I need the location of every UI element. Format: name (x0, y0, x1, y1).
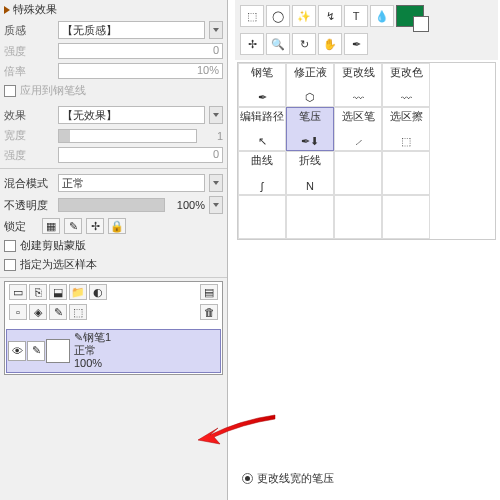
blend-select[interactable]: 正常 (58, 174, 205, 192)
pen-tool-icon[interactable]: ✒ (344, 33, 368, 55)
color-swatch[interactable] (396, 5, 424, 27)
layer-opacity: 100% (74, 357, 219, 370)
layer-name: ✎钢笔1 (74, 331, 219, 344)
width-bar[interactable] (58, 129, 197, 143)
cell-pen[interactable]: 钢笔✒ (238, 63, 286, 107)
blend-label: 混合模式 (4, 176, 54, 191)
folder-icon[interactable]: 📁 (69, 284, 87, 300)
opacity-dd[interactable] (209, 196, 223, 214)
texture-dd[interactable] (209, 21, 223, 39)
cell-polyline[interactable]: 折线N (286, 151, 334, 195)
pressure-radio[interactable] (242, 473, 253, 484)
intensity-label: 强度 (4, 44, 54, 59)
rate-val[interactable]: 10% (58, 63, 223, 79)
merge-icon[interactable]: ⬓ (49, 284, 67, 300)
lock-all-icon[interactable]: ▦ (42, 218, 60, 234)
width-label: 宽度 (4, 128, 54, 143)
apply-pen-label: 应用到钢笔线 (20, 83, 86, 98)
cell-curve[interactable]: 曲线∫ (238, 151, 286, 195)
cell-b1 (238, 195, 286, 239)
marquee-rect-icon[interactable]: ⬚ (240, 5, 264, 27)
fx-header[interactable]: 特殊效果 (0, 0, 227, 19)
menu-icon[interactable]: ▤ (200, 284, 218, 300)
cell-pressure[interactable]: 笔压✒⬇ (286, 107, 334, 151)
blend-dd[interactable] (209, 174, 223, 192)
layer-item[interactable]: 👁 ✎ ✎钢笔1 正常 100% (6, 329, 221, 373)
apply-pen-cb[interactable] (4, 85, 16, 97)
cell-selerase[interactable]: 选区擦⬚ (382, 107, 430, 151)
cell-b2 (286, 195, 334, 239)
new-layer-icon[interactable]: ▭ (9, 284, 27, 300)
intensity-val[interactable]: 0 (58, 43, 223, 59)
lock-label: 锁定 (4, 219, 38, 234)
text-icon[interactable]: T (344, 5, 368, 27)
texture-label: 质感 (4, 23, 54, 38)
pressure-radio-label: 更改线宽的笔压 (257, 471, 334, 486)
tool-grid: 钢笔✒ 修正液⬡ 更改线〰 更改色〰 编辑路径↖ 笔压✒⬇ 选区笔⟋ 选区擦⬚ … (237, 62, 496, 240)
effect-label: 效果 (4, 108, 54, 123)
layer-thumb (46, 339, 70, 363)
marquee-oval-icon[interactable]: ◯ (266, 5, 290, 27)
lock-pen-icon[interactable]: ✎ (64, 218, 82, 234)
cell-e2 (382, 151, 430, 195)
sel-label: 指定为选区样本 (20, 257, 97, 272)
cell-correction[interactable]: 修正液⬡ (286, 63, 334, 107)
wand-icon[interactable]: ✨ (292, 5, 316, 27)
clip-label: 创建剪贴蒙版 (20, 238, 86, 253)
cell-b3 (334, 195, 382, 239)
red-arrow-icon (190, 410, 280, 450)
hand-icon[interactable]: ✋ (318, 33, 342, 55)
i1-icon[interactable]: ▫ (9, 304, 27, 320)
i2-icon[interactable]: ◈ (29, 304, 47, 320)
i3-icon[interactable]: ✎ (49, 304, 67, 320)
trash-icon[interactable]: 🗑 (200, 304, 218, 320)
lasso-icon[interactable]: ↯ (318, 5, 342, 27)
clip-cb[interactable] (4, 240, 16, 252)
eyedrop-icon[interactable]: 💧 (370, 5, 394, 27)
cell-e1 (334, 151, 382, 195)
effect-select[interactable]: 【无效果】 (58, 106, 205, 124)
lock-pad-icon[interactable]: 🔒 (108, 218, 126, 234)
mask-icon[interactable]: ◐ (89, 284, 107, 300)
i4-icon[interactable]: ⬚ (69, 304, 87, 320)
cell-selpen[interactable]: 选区笔⟋ (334, 107, 382, 151)
eye-icon[interactable]: 👁 (8, 341, 26, 361)
rate-label: 倍率 (4, 64, 54, 79)
cell-changecolor[interactable]: 更改色〰 (382, 63, 430, 107)
texture-select[interactable]: 【无质感】 (58, 21, 205, 39)
rotate-icon[interactable]: ↻ (292, 33, 316, 55)
effect-dd[interactable] (209, 106, 223, 124)
lock-move-icon[interactable]: ✢ (86, 218, 104, 234)
intensity2-val[interactable]: 0 (58, 147, 223, 163)
cell-editpath[interactable]: 编辑路径↖ (238, 107, 286, 151)
copy-layer-icon[interactable]: ⎘ (29, 284, 47, 300)
opacity-bar[interactable] (58, 198, 165, 212)
cell-b4 (382, 195, 430, 239)
cell-changeline[interactable]: 更改线〰 (334, 63, 382, 107)
intensity2-label: 强度 (4, 148, 54, 163)
pen-vis-icon[interactable]: ✎ (27, 341, 45, 361)
opacity-label: 不透明度 (4, 198, 54, 213)
layer-mode: 正常 (74, 344, 219, 357)
sel-cb[interactable] (4, 259, 16, 271)
zoom-icon[interactable]: 🔍 (266, 33, 290, 55)
move-icon[interactable]: ✢ (240, 33, 264, 55)
